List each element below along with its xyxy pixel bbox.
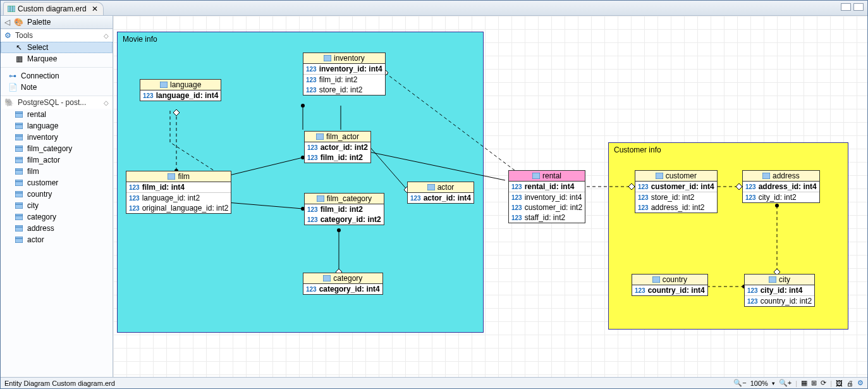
table-icon — [427, 184, 435, 190]
sidebar-table-rental[interactable]: rental — [1, 109, 113, 120]
num-icon: 123 — [307, 206, 318, 213]
num-icon: 123 — [306, 286, 317, 293]
num-icon: 123 — [511, 214, 522, 221]
svg-rect-53 — [323, 275, 331, 281]
tool-marquee[interactable]: ▦Marquee — [1, 53, 113, 65]
diagram-canvas[interactable]: Movie info Customer info — [113, 16, 867, 377]
table-icon — [323, 275, 331, 281]
note-icon: 📄 — [8, 83, 17, 92]
minimize-button[interactable] — [841, 3, 851, 11]
num-icon: 123 — [306, 87, 317, 94]
table-icon — [652, 276, 660, 283]
sidebar-table-customer[interactable]: customer — [1, 177, 113, 188]
num-icon: 123 — [638, 183, 649, 190]
entity-film[interactable]: film 123film_id: int4 123language_id: in… — [126, 171, 231, 214]
sidebar-table-language[interactable]: language — [1, 120, 113, 132]
tool-note[interactable]: 📄Note — [1, 82, 113, 93]
refresh-icon[interactable]: ⟳ — [821, 379, 826, 387]
svg-rect-11 — [15, 157, 23, 163]
database-icon: 🐘 — [4, 98, 14, 107]
svg-rect-21 — [15, 214, 23, 220]
erd-icon — [8, 6, 15, 12]
palette-header: ◁ 🎨 Palette — [1, 16, 113, 29]
grid-icon[interactable]: ▦ — [801, 379, 807, 387]
entity-language[interactable]: language 123language_id: int4 — [140, 79, 221, 101]
sidebar-table-film_category[interactable]: film_category — [1, 143, 113, 154]
svg-rect-52 — [317, 195, 324, 202]
svg-rect-5 — [15, 123, 23, 129]
entity-country[interactable]: country 123country_id: int4 — [632, 274, 708, 296]
sep: | — [795, 380, 797, 387]
entity-rental[interactable]: rental 123rental_id: int4 123inventory_i… — [508, 170, 585, 223]
pin-icon[interactable]: ◇ — [104, 99, 109, 106]
svg-rect-19 — [15, 202, 23, 209]
num-icon: 123 — [635, 287, 645, 294]
entity-inventory[interactable]: inventory 123inventory_id: int4 123film_… — [303, 52, 386, 96]
pin-icon[interactable]: ◇ — [104, 32, 109, 39]
num-icon: 123 — [143, 92, 154, 99]
table-icon — [656, 173, 663, 179]
svg-rect-9 — [15, 145, 23, 152]
status-bar: Entity Diagram Custom diagram.erd 🔍− 100… — [1, 377, 867, 388]
back-icon[interactable]: ◁ — [4, 18, 10, 27]
table-icon — [15, 145, 23, 152]
sidebar-table-category[interactable]: category — [1, 211, 113, 223]
sidebar-table-city[interactable]: city — [1, 200, 113, 211]
region-label: Customer info — [614, 145, 661, 154]
sidebar-table-address[interactable]: address — [1, 223, 113, 234]
entity-actor[interactable]: actor 123actor_id: int4 — [407, 182, 474, 204]
tool-select[interactable]: ↖Select — [1, 42, 113, 53]
dropdown-icon[interactable]: ▾ — [772, 380, 775, 386]
sidebar-table-actor[interactable]: actor — [1, 234, 113, 245]
svg-rect-57 — [652, 276, 660, 283]
table-icon — [160, 82, 168, 88]
svg-rect-55 — [656, 173, 663, 179]
settings-icon[interactable]: ⚙ — [857, 379, 864, 387]
sidebar-table-country[interactable]: country — [1, 188, 113, 200]
maximize-button[interactable] — [853, 3, 864, 11]
sidebar-table-film_actor[interactable]: film_actor — [1, 154, 113, 166]
marquee-icon: ▦ — [15, 54, 23, 63]
palette-icon: 🎨 — [14, 18, 23, 27]
table-icon — [15, 168, 23, 175]
sidebar-table-inventory[interactable]: inventory — [1, 132, 113, 143]
num-icon: 123 — [745, 183, 756, 190]
sidebar-table-film[interactable]: film — [1, 166, 113, 177]
entity-customer[interactable]: customer 123customer_id: int4 123store_i… — [635, 170, 718, 213]
connection-icon: ⊶ — [8, 71, 17, 80]
svg-rect-47 — [160, 82, 168, 88]
num-icon: 123 — [129, 195, 140, 202]
svg-rect-7 — [15, 134, 23, 140]
table-icon — [15, 111, 23, 118]
num-icon: 123 — [511, 194, 522, 201]
layout-icon[interactable]: ⊞ — [811, 379, 817, 387]
svg-rect-23 — [15, 225, 23, 232]
entity-city[interactable]: city 123city_id: int4 123country_id: int… — [744, 274, 815, 307]
num-icon: 123 — [638, 194, 649, 201]
print-icon[interactable]: 🖨 — [847, 380, 853, 387]
entity-film-actor[interactable]: film_actor 123actor_id: int2 123film_id:… — [304, 131, 371, 163]
zoom-level[interactable]: 100% — [750, 380, 768, 387]
zoom-out-icon[interactable]: 🔍− — [733, 379, 746, 387]
entity-film-category[interactable]: film_category 123film_id: int2 123catego… — [304, 193, 384, 225]
entity-category[interactable]: category 123category_id: int4 — [303, 273, 383, 295]
editor-tab[interactable]: Custom diagram.erd ✕ — [3, 2, 104, 15]
table-icon — [15, 225, 23, 232]
tool-connection[interactable]: ⊶Connection — [1, 70, 113, 82]
svg-rect-17 — [15, 191, 23, 197]
num-icon: 123 — [307, 144, 318, 151]
table-icon — [15, 214, 23, 220]
db-header[interactable]: 🐘 PostgreSQL - post... ◇ — [1, 96, 113, 109]
region-label: Movie info — [123, 35, 157, 44]
zoom-in-icon[interactable]: 🔍+ — [779, 379, 792, 387]
tab-title: Custom diagram.erd — [18, 4, 87, 13]
table-icon — [168, 173, 175, 180]
svg-rect-13 — [15, 168, 23, 175]
export-icon[interactable]: 🖼 — [836, 380, 843, 387]
close-icon[interactable]: ✕ — [92, 4, 98, 13]
tools-header[interactable]: ⚙ Tools ◇ — [1, 29, 113, 42]
num-icon: 123 — [410, 195, 421, 202]
window-buttons — [841, 3, 864, 11]
table-icon — [15, 191, 23, 197]
entity-address[interactable]: address 123address_id: int4 123city_id: … — [742, 170, 820, 203]
